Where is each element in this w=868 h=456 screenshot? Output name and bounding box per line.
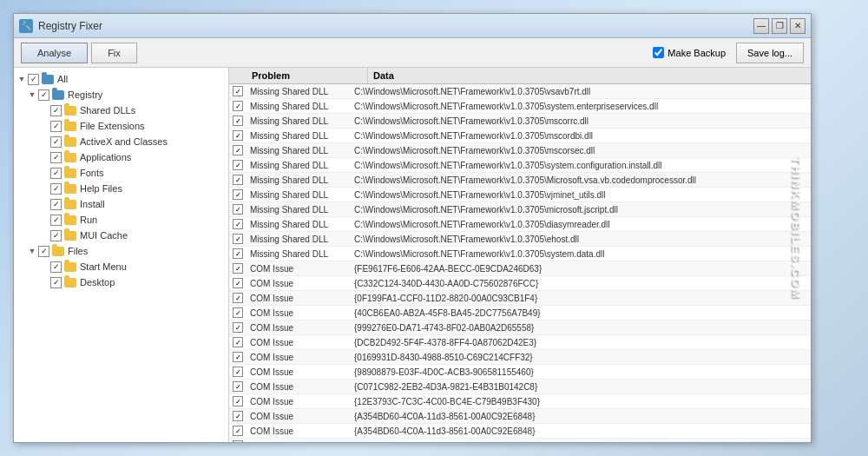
checkbox-run[interactable] xyxy=(50,215,62,226)
row-checkbox-23[interactable]: ✓ xyxy=(233,426,243,436)
tree-item-all[interactable]: ▼ All xyxy=(14,71,228,87)
row-checkbox-19[interactable]: ✓ xyxy=(233,367,243,377)
table-row[interactable]: ✓ COM Issue {999276E0-DA71-4743-8F02-0AB… xyxy=(229,321,811,335)
row-check-23[interactable]: ✓ xyxy=(229,426,247,436)
row-check-14[interactable]: ✓ xyxy=(229,293,247,303)
row-check-3[interactable]: ✓ xyxy=(229,130,247,141)
expand-all-icon[interactable]: ▼ xyxy=(16,73,28,85)
tree-item-files[interactable]: ▼ Files xyxy=(14,243,228,259)
row-check-7[interactable]: ✓ xyxy=(229,189,247,200)
row-check-13[interactable]: ✓ xyxy=(229,278,247,288)
row-check-0[interactable]: ✓ xyxy=(229,86,247,96)
checkbox-file-extensions[interactable] xyxy=(50,121,62,132)
table-row[interactable]: ✓ Missing Shared DLL C:\Windows\Microsof… xyxy=(229,188,811,202)
tree-item-fonts[interactable]: ▶ Fonts xyxy=(14,165,228,181)
table-row[interactable]: ✓ Missing Shared DLL C:\Windows\Microsof… xyxy=(229,158,811,173)
checkbox-registry[interactable] xyxy=(38,89,49,101)
row-check-5[interactable]: ✓ xyxy=(229,160,247,170)
row-checkbox-7[interactable]: ✓ xyxy=(233,189,243,200)
checkbox-help-files[interactable] xyxy=(50,183,62,195)
row-check-10[interactable]: ✓ xyxy=(229,234,247,244)
row-checkbox-20[interactable]: ✓ xyxy=(233,381,243,392)
table-row[interactable]: ✓ Missing Shared DLL C:\Windows\Microsof… xyxy=(229,99,811,114)
row-check-16[interactable]: ✓ xyxy=(229,322,247,333)
restore-button[interactable]: ❐ xyxy=(772,18,787,34)
row-check-22[interactable]: ✓ xyxy=(229,411,247,421)
row-checkbox-14[interactable]: ✓ xyxy=(233,293,243,303)
tree-item-file-extensions[interactable]: ▶ File Extensions xyxy=(14,118,228,134)
row-check-15[interactable]: ✓ xyxy=(229,307,247,318)
checkbox-desktop[interactable] xyxy=(50,277,62,288)
tree-item-registry[interactable]: ▼ Registry xyxy=(14,87,228,102)
checkbox-applications[interactable] xyxy=(50,152,62,163)
tree-item-mui-cache[interactable]: ▶ MUI Cache xyxy=(14,228,228,243)
row-checkbox-0[interactable]: ✓ xyxy=(233,86,243,96)
row-checkbox-13[interactable]: ✓ xyxy=(233,278,243,288)
table-row[interactable]: ✓ Missing Shared DLL C:\Windows\Microsof… xyxy=(229,84,811,99)
row-checkbox-18[interactable]: ✓ xyxy=(233,352,243,362)
expand-registry-icon[interactable]: ▼ xyxy=(26,89,38,101)
make-backup-checkbox[interactable] xyxy=(653,47,664,58)
row-checkbox-4[interactable]: ✓ xyxy=(233,145,243,155)
checkbox-fonts[interactable] xyxy=(50,168,62,179)
table-row[interactable]: ✓ COM Issue {FE9617F6-E606-42AA-BECC-0E9… xyxy=(229,261,811,276)
row-checkbox-1[interactable]: ✓ xyxy=(233,101,243,111)
row-check-24[interactable]: ✓ xyxy=(229,440,247,442)
table-row[interactable]: ✓ COM Issue {0F199FA1-CCF0-11D2-8820-00A… xyxy=(229,291,811,306)
row-checkbox-2[interactable]: ✓ xyxy=(233,116,243,126)
table-row[interactable]: ✓ Missing Shared DLL C:\Windows\Microsof… xyxy=(229,143,811,158)
checkbox-activex[interactable] xyxy=(50,136,62,148)
checkbox-mui-cache[interactable] xyxy=(50,230,62,241)
row-checkbox-24[interactable]: ✓ xyxy=(233,440,243,442)
table-row[interactable]: ✓ Missing Shared DLL C:\Windows\Microsof… xyxy=(229,232,811,247)
tree-item-applications[interactable]: ▶ Applications xyxy=(14,149,228,165)
checkbox-shared-dlls[interactable] xyxy=(50,105,62,116)
row-checkbox-12[interactable]: ✓ xyxy=(233,263,243,274)
table-row[interactable]: ✓ COM Issue {A354BD60-4C0A-11d3-8561-00A… xyxy=(229,409,811,424)
row-check-12[interactable]: ✓ xyxy=(229,263,247,274)
row-checkbox-8[interactable]: ✓ xyxy=(233,204,243,215)
table-row[interactable]: ✓ COM Issue {C071C982-2EB2-4D3A-9821-E4B… xyxy=(229,380,811,394)
row-check-4[interactable]: ✓ xyxy=(229,145,247,155)
checkbox-start-menu[interactable] xyxy=(50,261,62,273)
table-row[interactable]: ✓ Missing Shared DLL C:\Windows\Microsof… xyxy=(229,247,811,261)
table-row[interactable]: ✓ Missing Shared DLL C:\Windows\Microsof… xyxy=(229,173,811,188)
row-check-21[interactable]: ✓ xyxy=(229,396,247,406)
row-check-17[interactable]: ✓ xyxy=(229,337,247,347)
row-checkbox-22[interactable]: ✓ xyxy=(233,411,243,421)
table-row[interactable]: ✓ COM Issue {A354BD60-4C0A-11d3-8561-00A… xyxy=(229,424,811,439)
tree-item-start-menu[interactable]: ▶ Start Menu xyxy=(14,259,228,274)
row-check-2[interactable]: ✓ xyxy=(229,116,247,126)
row-checkbox-3[interactable]: ✓ xyxy=(233,130,243,141)
row-checkbox-6[interactable]: ✓ xyxy=(233,175,243,185)
tree-item-activex[interactable]: ▶ ActiveX and Classes xyxy=(14,134,228,149)
tree-item-shared-dlls[interactable]: ▶ Shared DLLs xyxy=(14,102,228,118)
row-check-6[interactable]: ✓ xyxy=(229,175,247,185)
row-check-11[interactable]: ✓ xyxy=(229,248,247,259)
table-row[interactable]: ✓ COM Issue {DCB2D492-5F4F-4378-8FF4-0A8… xyxy=(229,335,811,350)
row-check-19[interactable]: ✓ xyxy=(229,367,247,377)
table-row[interactable]: ✓ Missing Shared DLL C:\Windows\Microsof… xyxy=(229,114,811,129)
close-button[interactable]: ✕ xyxy=(790,18,806,34)
row-checkbox-21[interactable]: ✓ xyxy=(233,396,243,406)
row-check-18[interactable]: ✓ xyxy=(229,352,247,362)
save-log-button[interactable]: Save log... xyxy=(736,43,804,63)
expand-files-icon[interactable]: ▼ xyxy=(26,245,38,257)
row-checkbox-5[interactable]: ✓ xyxy=(233,160,243,170)
checkbox-files[interactable] xyxy=(38,246,49,257)
row-checkbox-17[interactable]: ✓ xyxy=(233,337,243,347)
minimize-button[interactable]: — xyxy=(753,18,769,34)
table-row[interactable]: ✓ COM Issue {C332C124-340D-4430-AA0D-C75… xyxy=(229,276,811,291)
row-check-8[interactable]: ✓ xyxy=(229,204,247,215)
row-checkbox-9[interactable]: ✓ xyxy=(233,219,243,229)
row-checkbox-10[interactable]: ✓ xyxy=(233,234,243,244)
row-check-9[interactable]: ✓ xyxy=(229,219,247,229)
row-checkbox-16[interactable]: ✓ xyxy=(233,322,243,333)
row-checkbox-15[interactable]: ✓ xyxy=(233,307,243,318)
table-row[interactable]: ✓ Missing Shared DLL C:\Windows\Microsof… xyxy=(229,202,811,217)
table-row[interactable]: ✓ Missing Shared DLL C:\Windows\Microsof… xyxy=(229,129,811,143)
table-row[interactable]: ✓ COM Issue {EE2D6561-D63C-11D2-8561-00A… xyxy=(229,439,811,442)
fix-button[interactable]: Fix xyxy=(91,43,137,63)
tree-item-run[interactable]: ▶ Run xyxy=(14,212,228,228)
checkbox-install[interactable] xyxy=(50,199,62,210)
